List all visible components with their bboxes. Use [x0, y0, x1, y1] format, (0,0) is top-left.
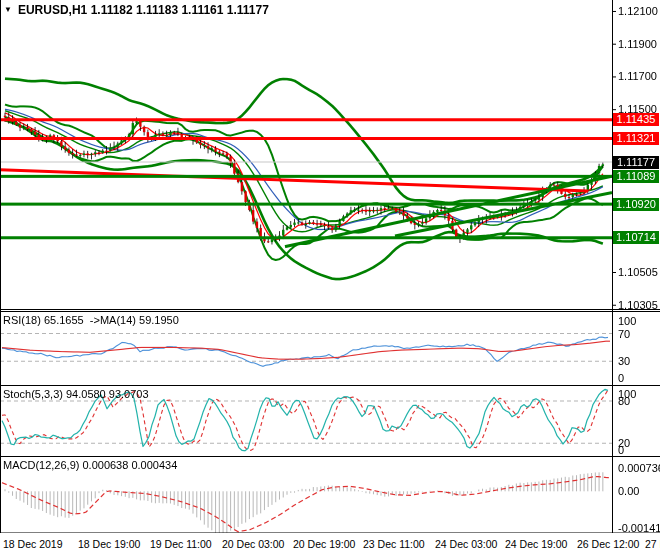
price-tick-label: 1.12100 — [618, 5, 658, 17]
price-tick-label: 1.11900 — [618, 38, 657, 50]
macd-scale-label: -0.001414 — [618, 522, 660, 534]
time-axis-label: 20 Dec 19:00 — [293, 538, 355, 550]
rsi-scale-label: 0 — [618, 372, 624, 384]
chart-title: ▼EURUSD,H1 1.11182 1.11183 1.11161 1.111… — [4, 3, 269, 17]
symbol-period-label: EURUSD,H1 — [18, 3, 87, 17]
time-axis-label: 18 Dec 19:00 — [78, 538, 140, 550]
time-axis-label: 26 Dec 12:00 — [577, 538, 639, 550]
stoch-scale-label: 0 — [618, 444, 624, 456]
rsi-indicator-label: RSI(18) 65.1655 ->MA(14) 59.1950 — [3, 314, 179, 326]
rsi-scale-label: 100 — [618, 315, 636, 327]
macd-scale-label: 0.00 — [618, 485, 639, 497]
stoch-scale-label: 80 — [618, 395, 630, 407]
price-badge-resistance-2: 1.11321 — [613, 132, 659, 145]
time-axis-label: 27 Dec 04:00 — [645, 538, 660, 550]
macd-scale-label: 0.000736 — [618, 462, 660, 474]
stoch-indicator-label: Stoch(5,3,3) 94.0580 93.0703 — [3, 388, 149, 400]
quote-ohlc-label: 1.11182 1.11183 1.11161 1.11177 — [91, 3, 269, 17]
time-axis-label: 24 Dec 19:00 — [505, 538, 567, 550]
price-badge-support-2: 1.10920 — [613, 198, 659, 211]
price-tick-label: 1.10505 — [618, 266, 658, 278]
time-axis-label: 24 Dec 03:00 — [435, 538, 497, 550]
macd-indicator-label: MACD(12,26,9) 0.000638 0.000434 — [3, 459, 177, 471]
price-badge-resistance-1: 1.11435 — [613, 113, 659, 126]
rsi-scale-label: 70 — [618, 328, 630, 340]
chart-dropdown-icon[interactable]: ▼ — [4, 5, 12, 14]
price-tick-label: 1.11700 — [618, 70, 657, 82]
time-axis-label: 20 Dec 03:00 — [222, 538, 284, 550]
rsi-scale-label: 30 — [618, 355, 630, 367]
chart-window: ▼EURUSD,H1 1.11182 1.11183 1.11161 1.111… — [0, 0, 660, 560]
chart-canvas[interactable] — [0, 0, 660, 533]
price-tick-label: 1.11500 — [618, 103, 657, 115]
price-badge-support-3: 1.10714 — [613, 231, 659, 244]
time-axis-label: 19 Dec 11:00 — [150, 538, 212, 550]
time-axis-label: 23 Dec 11:00 — [363, 538, 425, 550]
price-badge-current: 1.11177 — [613, 156, 659, 169]
price-tick-label: 1.10305 — [618, 299, 658, 311]
price-badge-support-1: 1.11089 — [613, 170, 659, 183]
time-axis-label: 18 Dec 2019 — [3, 538, 63, 550]
